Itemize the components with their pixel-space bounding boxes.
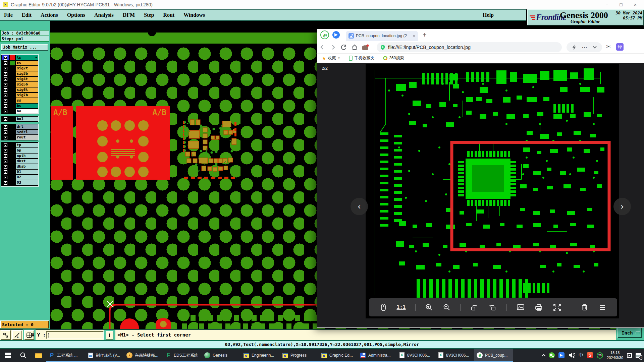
menu-help[interactable]: Help (483, 12, 494, 18)
send-icon[interactable] (332, 31, 340, 39)
taskbar-app--[interactable]: ★兴森快捷衡... (124, 349, 163, 362)
print-icon[interactable] (534, 303, 543, 311)
rotate-right-icon[interactable] (470, 303, 479, 311)
menu-actions[interactable]: Actions (41, 12, 58, 18)
layer-name[interactable]: sig5b (16, 82, 38, 87)
new-tab-button[interactable]: + (423, 31, 427, 39)
taskbar-app--v-[interactable]: 制作规范 (V... (85, 349, 124, 362)
chevron-down-icon[interactable] (592, 46, 597, 49)
layer-name[interactable]: dkst (16, 159, 38, 164)
actual-size-button[interactable]: 1:1 (396, 304, 406, 310)
layer-name[interactable]: 02 (16, 175, 38, 180)
layer-visibility-checkbox[interactable] (2, 61, 9, 65)
layer-name[interactable]: bp (16, 148, 38, 153)
menu-dfm[interactable]: DFM (123, 12, 135, 18)
maximize-button[interactable]: □ (620, 2, 622, 7)
layer-name[interactable]: 01 (16, 170, 38, 174)
clock[interactable]: 18:13 2024/3/30 (607, 350, 623, 360)
layer-visibility-checkbox[interactable] (2, 117, 9, 121)
edit-image-icon[interactable] (516, 303, 525, 311)
layer-name[interactable]: ss (16, 98, 38, 103)
layer-visibility-checkbox[interactable] (2, 175, 9, 180)
zoom-tool-button[interactable] (1, 330, 11, 340)
menu-rout[interactable]: Rout (163, 12, 174, 18)
layer-visibility-checkbox[interactable] (2, 130, 9, 134)
layer-name[interactable]: szdrl (16, 130, 38, 134)
prev-image-button[interactable]: ‹ (351, 198, 368, 215)
search-button[interactable] (15, 349, 31, 362)
start-button[interactable] (0, 349, 15, 362)
command-history-button[interactable]: ! (106, 331, 113, 340)
taskbar-app-administra-[interactable]: Administra... (358, 349, 396, 362)
taskbar-app-8v3ch006-[interactable]: X8V3CH006... (396, 349, 435, 362)
taskbar-app-pcb_coup-[interactable]: ePCB_coup... (474, 349, 513, 362)
minimize-button[interactable]: − (605, 2, 608, 7)
favorites-case-icon[interactable] (360, 44, 371, 51)
layer-name[interactable]: sig7b (16, 93, 38, 98)
layer-visibility-checkbox[interactable] (2, 71, 9, 76)
layer-name[interactable]: bo1 (16, 117, 38, 121)
job-matrix-button[interactable]: Job Matrix ... (1, 44, 48, 51)
layer-visibility-checkbox[interactable] (2, 87, 9, 92)
fullscreen-icon[interactable] (553, 303, 561, 311)
layer-visibility-checkbox[interactable] (2, 82, 9, 87)
layer-visibility-checkbox[interactable] (2, 93, 9, 98)
layer-name[interactable]: cs (16, 61, 38, 65)
layer-name[interactable]: sig2t (16, 66, 38, 71)
layer-visibility-checkbox[interactable] (2, 109, 9, 114)
taskbar-app-graphic-ed-[interactable]: ✕Graphic Ed... (319, 349, 358, 362)
rotate-left-icon[interactable] (488, 303, 497, 311)
layer-name[interactable]: sig3b (16, 71, 38, 76)
menu-windows[interactable]: Windows (183, 12, 205, 18)
layer-visibility-checkbox[interactable] (2, 98, 9, 103)
menu-analysis[interactable]: Analysis (94, 12, 114, 18)
notification-icon[interactable]: 1 (636, 353, 641, 358)
units-button[interactable]: Inch (618, 327, 642, 338)
layer-visibility-checkbox[interactable] (2, 66, 9, 71)
zoom-out-icon[interactable] (443, 303, 451, 311)
sogou-icon[interactable]: S (587, 352, 593, 358)
taskbar-app--[interactable]: P工程系统 ... (46, 349, 85, 362)
bookmark-star[interactable]: ★收藏▼ (322, 55, 340, 61)
reload-button[interactable] (338, 44, 349, 51)
scroll-mode-icon[interactable] (380, 303, 387, 311)
taskbar-app-progress[interactable]: ✕Progress (280, 349, 319, 362)
layer-visibility-checkbox[interactable] (2, 55, 9, 60)
health-badge[interactable]: 26 (597, 352, 603, 359)
layer-visibility-checkbox[interactable] (2, 143, 9, 147)
next-image-button[interactable]: › (613, 198, 631, 215)
home-button[interactable] (349, 44, 360, 51)
layer-name[interactable]: sig6t (16, 87, 38, 92)
wechat-icon[interactable] (549, 352, 555, 358)
layer-name[interactable]: bs (16, 104, 38, 108)
menu-options[interactable]: Options (67, 12, 85, 18)
layer-visibility-checkbox[interactable] (2, 159, 9, 164)
media-icon[interactable] (627, 353, 632, 358)
menu-edit[interactable]: Edit (22, 12, 32, 18)
layer-name[interactable]: sig4t (16, 77, 38, 81)
scissors-icon[interactable]: ✂ (606, 43, 611, 50)
layer-name[interactable]: npth (16, 154, 38, 158)
more-icon[interactable]: ⋯ (582, 44, 587, 51)
layer-name[interactable]: drl (16, 124, 38, 129)
translate-icon[interactable]: 译 (616, 43, 624, 51)
layer-visibility-checkbox[interactable] (2, 104, 9, 108)
back-button[interactable] (317, 44, 328, 51)
lightning-icon[interactable] (572, 44, 577, 50)
bookmark-phone[interactable]: 手机收藏夹 (349, 55, 374, 61)
layer-visibility-checkbox[interactable] (2, 164, 9, 169)
taskbar-app-engineerin-[interactable]: ✕Engineerin... (241, 349, 280, 362)
forward-button[interactable] (328, 44, 338, 51)
layer-name[interactable]: 03 (16, 180, 38, 185)
ime-indicator[interactable]: 中 (579, 352, 583, 358)
file-explorer-button[interactable] (31, 349, 46, 362)
taskbar-app-eds-[interactable]: FEDS工程系统 (163, 349, 202, 362)
tab-close-icon[interactable]: × (413, 34, 415, 39)
volume-icon[interactable] (568, 352, 575, 358)
layer-name[interactable]: ts⊞ (16, 55, 38, 60)
tray-expand-icon[interactable] (542, 354, 545, 358)
delete-icon[interactable] (581, 303, 589, 311)
layer-visibility-checkbox[interactable] (2, 180, 9, 185)
layer-visibility-checkbox[interactable] (2, 124, 9, 129)
layer-name[interactable]: tp (16, 143, 38, 147)
